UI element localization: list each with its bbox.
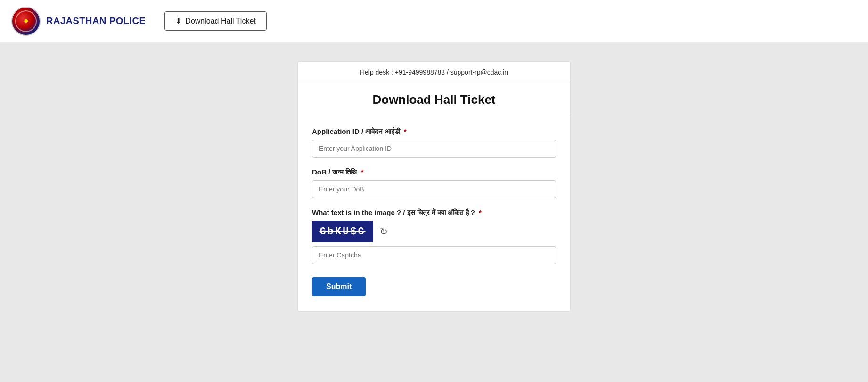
logo-icon: ✦: [11, 7, 41, 36]
application-id-group: Application ID / आवेदन आईडी *: [312, 127, 556, 158]
dob-input[interactable]: [312, 180, 556, 198]
logo-star-icon: ✦: [22, 16, 30, 27]
header: ✦ RAJASTHAN POLICE ⬇ Download Hall Ticke…: [0, 0, 868, 42]
captcha-group: What text is in the image ? / इस चित्र म…: [312, 208, 556, 264]
card-body: Application ID / आवेदन आईडी * DoB / जन्म…: [298, 116, 570, 311]
application-id-required-star: *: [404, 127, 407, 135]
form-card: Help desk : +91-9499988783 / support-rp@…: [297, 61, 571, 312]
submit-label: Submit: [326, 282, 352, 291]
captcha-text: GbKU$C: [319, 226, 365, 238]
helpdesk-text: Help desk : +91-9499988783 / support-rp@…: [360, 68, 508, 76]
captcha-row: GbKU$C ↻: [312, 221, 556, 242]
download-hall-ticket-button[interactable]: ⬇ Download Hall Ticket: [164, 11, 266, 31]
dob-label: DoB / जन्म तिथि *: [312, 168, 556, 176]
captcha-label: What text is in the image ? / इस चित्र म…: [312, 208, 556, 217]
captcha-refresh-button[interactable]: ↻: [378, 224, 390, 239]
download-hall-ticket-label: Download Hall Ticket: [185, 17, 255, 25]
main-content: Help desk : +91-9499988783 / support-rp@…: [0, 42, 868, 382]
refresh-icon: ↻: [380, 226, 388, 237]
application-id-label: Application ID / आवेदन आईडी *: [312, 127, 556, 136]
captcha-required-star: *: [479, 208, 482, 216]
application-id-input[interactable]: [312, 140, 556, 158]
card-title-section: Download Hall Ticket: [298, 83, 570, 116]
captcha-input[interactable]: [312, 246, 556, 264]
org-name: RAJASTHAN POLICE: [46, 16, 146, 26]
dob-required-star: *: [361, 168, 364, 176]
dob-group: DoB / जन्म तिथि *: [312, 168, 556, 198]
captcha-image: GbKU$C: [312, 221, 373, 242]
logo-container: ✦ RAJASTHAN POLICE: [11, 7, 146, 36]
submit-button[interactable]: Submit: [312, 277, 366, 296]
download-icon: ⬇: [175, 17, 181, 25]
card-title: Download Hall Ticket: [309, 92, 559, 107]
helpdesk-bar: Help desk : +91-9499988783 / support-rp@…: [298, 62, 570, 83]
